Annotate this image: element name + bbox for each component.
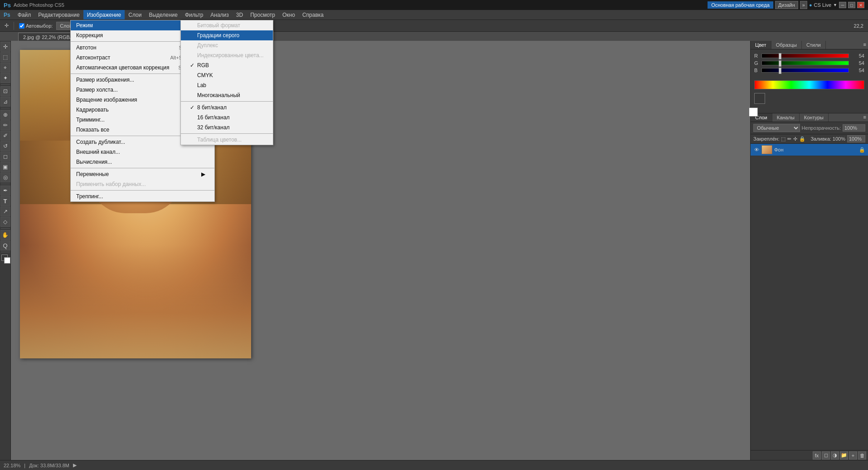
menu-analysis[interactable]: Анализ [207, 10, 233, 20]
menu-edit[interactable]: Редактирование [34, 10, 83, 20]
submenu-item-multichannel[interactable]: Многоканальный [181, 90, 273, 100]
minimize-button[interactable]: ─ [839, 2, 846, 8]
layer-mask-button[interactable]: ◻ [822, 451, 830, 460]
lasso-tool[interactable]: ⌖ [0, 63, 10, 73]
submenu-item-32bit[interactable]: 32 бит/канал [181, 122, 273, 132]
cslive-label[interactable]: CS Live [814, 2, 832, 8]
tool-separator5 [1, 252, 10, 252]
menu-view[interactable]: Просмотр [247, 10, 279, 20]
layers-panel-menu[interactable]: ≡ [862, 113, 868, 122]
menu-item-extchannel[interactable]: Внешний канал... [71, 147, 214, 157]
layer-delete-button[interactable]: 🗑 [858, 451, 866, 460]
expand-arrow[interactable]: ▶ [73, 462, 77, 468]
expand-icon[interactable]: ▼ [833, 3, 837, 7]
layers-tab-paths[interactable]: Контуры [800, 113, 829, 122]
menu-layer[interactable]: Слои [125, 10, 145, 20]
locked-label: Закреплён: [753, 136, 779, 142]
marquee-tool[interactable]: ⬚ [0, 52, 10, 62]
menu-select[interactable]: Выделение [145, 10, 181, 20]
gradient-tool[interactable]: ▣ [0, 162, 10, 172]
menu-3d[interactable]: 3D [233, 10, 247, 20]
blend-mode-select[interactable]: Обычные [753, 124, 800, 132]
brush-tool[interactable]: ✏ [0, 120, 10, 130]
menu-item-mode-label: Режим [76, 22, 93, 29]
submenu-item-grayscale[interactable]: Градации серого [181, 30, 273, 40]
lock-transparent-icon[interactable]: ⬚ [781, 136, 786, 142]
lock-move-icon[interactable]: ✢ [793, 136, 797, 142]
magic-wand-tool[interactable]: ✦ [0, 73, 10, 83]
move-tool[interactable]: ✢ [0, 42, 10, 52]
layers-tab-channels[interactable]: Каналы [772, 113, 800, 122]
foreground-swatch[interactable] [754, 93, 765, 104]
submenu-item-colortable: Таблица цветов... [181, 135, 273, 145]
tool-separator2 [1, 108, 10, 108]
autoselect-checkbox[interactable] [19, 23, 24, 29]
opacity-input[interactable] [843, 124, 865, 132]
history-brush-tool[interactable]: ↺ [0, 141, 10, 151]
menu-item-applydataset-label: Применить набор данных... [76, 181, 146, 187]
path-selection-tool[interactable]: ↗ [0, 206, 10, 216]
layer-fx-button[interactable]: fx [813, 451, 821, 460]
menu-item-calculations[interactable]: Вычисления... [71, 157, 214, 167]
type-tool[interactable]: T [0, 196, 10, 206]
lock-brush-icon[interactable]: ✏ [787, 136, 791, 142]
menu-item-variables[interactable]: Переменные ▶ [71, 169, 214, 179]
crop-tool[interactable]: ⊡ [0, 86, 10, 96]
submenu-item-bitmap-label: Битовый формат [197, 22, 240, 29]
layer-row-background[interactable]: 👁 Фон 🔒 [751, 144, 868, 156]
hand-tool[interactable]: ✋ [0, 230, 10, 240]
menu-window[interactable]: Окно [279, 10, 299, 20]
submenu-item-indexed-label: Индексированные цвета... [197, 52, 264, 59]
g-slider-row: G 54 [754, 60, 864, 66]
pen-tool[interactable]: ✒ [0, 186, 10, 196]
submenu-item-lab[interactable]: Lab [181, 80, 273, 90]
zoom-tool[interactable]: Q [0, 240, 10, 250]
left-toolbox: ✢ ⬚ ⌖ ✦ ⊡ ⊿ ⊕ ✏ ✐ ↺ ◻ ▣ ◎ ✒ T ↗ ◇ ✋ Q [0, 41, 11, 460]
menu-item-trapping[interactable]: Треппинг... [71, 191, 214, 201]
extend-button[interactable]: » [800, 1, 807, 9]
color-panel-menu[interactable]: ≡ [862, 41, 868, 49]
layer-new-button[interactable]: + [849, 451, 857, 460]
menu-image[interactable]: Изображение [83, 10, 125, 20]
menu-file[interactable]: Файл [14, 10, 35, 20]
b-label: B [754, 68, 760, 73]
fg-bg-colors[interactable] [0, 254, 10, 264]
color-tab-styles[interactable]: Стили [802, 41, 826, 49]
dodge-tool[interactable]: ◎ [0, 172, 10, 182]
background-swatch[interactable] [749, 108, 758, 117]
color-spectrum[interactable] [754, 80, 864, 89]
layer-adjustment-button[interactable]: ◑ [831, 451, 839, 460]
title-right: Основная рабочая среда Дизайн » ● CS Liv… [708, 1, 864, 9]
menu-item-duplicate-label: Создать дубликат... [76, 139, 125, 145]
submenu-item-bitmap: Битовый формат [181, 20, 273, 30]
submenu-item-indexed: Индексированные цвета... [181, 50, 273, 60]
submenu-item-16bit[interactable]: 16 бит/канал [181, 113, 273, 122]
maximize-button[interactable]: □ [848, 2, 855, 8]
color-tab-swatches[interactable]: Образцы [771, 41, 802, 49]
close-button[interactable]: ✕ [857, 2, 864, 8]
menu-help[interactable]: Справка [299, 10, 327, 20]
submenu-item-rgb[interactable]: ✓ RGB [181, 60, 273, 70]
b-slider[interactable] [761, 68, 849, 73]
menu-item-showall-label: Показать все [76, 127, 109, 133]
shape-tool[interactable]: ◇ [0, 217, 10, 227]
fg-bg-swatch[interactable] [754, 93, 772, 109]
menu-filter[interactable]: Фильтр [181, 10, 207, 20]
submenu-item-cmyk-label: CMYK [197, 72, 213, 78]
g-slider[interactable] [761, 61, 849, 65]
design-button[interactable]: Дизайн [775, 1, 798, 9]
layer-group-button[interactable]: 📁 [840, 451, 848, 460]
eraser-tool[interactable]: ◻ [0, 152, 10, 162]
eyedropper-tool[interactable]: ⊿ [0, 97, 10, 107]
menu-ps[interactable]: Ps [0, 10, 14, 20]
lock-all-icon[interactable]: 🔒 [799, 136, 805, 142]
submenu-item-grayscale-label: Градации серого [197, 32, 239, 39]
color-tab-color[interactable]: Цвет [751, 41, 771, 49]
submenu-item-cmyk[interactable]: CMYK [181, 70, 273, 80]
fill-input[interactable] [847, 135, 865, 142]
r-slider[interactable] [761, 54, 849, 58]
layer-visibility-eye[interactable]: 👁 [753, 147, 760, 153]
submenu-item-8bit[interactable]: ✓ 8 бит/канал [181, 103, 273, 113]
spot-healing-tool[interactable]: ⊕ [0, 110, 10, 120]
clone-tool[interactable]: ✐ [0, 131, 10, 141]
